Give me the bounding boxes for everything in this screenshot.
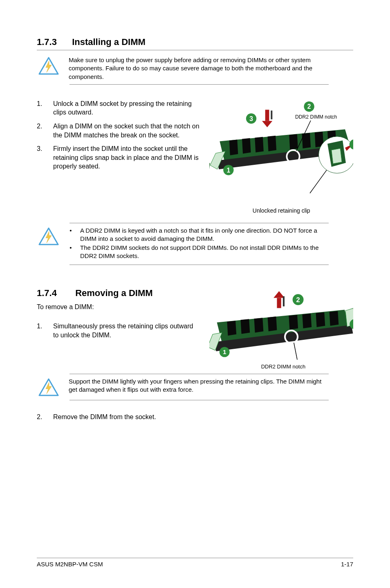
step-number: 2. [37, 122, 53, 139]
step-number: 1. [37, 322, 53, 339]
svg-marker-8 [229, 139, 238, 155]
svg-line-27 [310, 170, 327, 193]
svg-marker-40 [303, 313, 312, 328]
svg-marker-38 [268, 316, 277, 331]
warning-block: Make sure to unplug the power supply bef… [37, 56, 353, 81]
svg-marker-29 [46, 231, 52, 243]
warning-bottom-rule [69, 400, 329, 400]
list-item: 1. Simultaneously press the retaining cl… [37, 322, 201, 339]
svg-marker-9 [242, 138, 251, 153]
footer-right: 1-17 [341, 561, 353, 568]
warning-bottom-rule [69, 84, 329, 85]
svg-marker-36 [241, 319, 250, 334]
page-footer: ASUS M2NBP-VM CSM 1-17 [37, 558, 353, 568]
note-bullets: • A DDR2 DIMM is keyed with a notch so t… [69, 227, 329, 261]
list-item: 2. Remove the DIMM from the socket. [37, 413, 353, 422]
section-heading: 1.7.4 Removing a DIMM [37, 288, 201, 298]
footer-left: ASUS M2NBP-VM CSM [37, 561, 103, 568]
warning-text: Support the DIMM lightly with your finge… [69, 377, 329, 394]
svg-marker-13 [302, 133, 311, 148]
remove-steps-list-2: 2. Remove the DIMM from the socket. [37, 413, 353, 422]
intro-text: To remove a DIMM: [37, 303, 201, 312]
svg-marker-1 [46, 61, 52, 72]
install-dimm-figure: 2 DDR2 DIMM notch 3 [209, 99, 353, 203]
figure-badge-3: 3 [250, 115, 253, 122]
step-text: Simultaneously press the retaining clips… [53, 322, 201, 339]
lightning-caution-icon [38, 57, 59, 75]
list-item: • The DDR2 DIMM sockets do not support D… [69, 244, 329, 260]
list-item: 2. Align a DIMM on the socket such that … [37, 122, 201, 139]
warning-top-rule [69, 374, 329, 374]
svg-rect-30 [277, 298, 281, 308]
install-steps-list: 1. Unlock a DIMM socket by pressing the … [37, 99, 201, 171]
step-number: 1. [37, 99, 53, 117]
step-text: Align a DIMM on the socket such that the… [53, 122, 201, 139]
heading-rule [37, 50, 353, 50]
note-top-rule [69, 223, 329, 223]
warning-text: Make sure to unplug the power supply bef… [69, 56, 329, 81]
svg-rect-4 [265, 110, 269, 121]
svg-marker-5 [262, 121, 272, 127]
step-number: 3. [37, 144, 53, 171]
svg-marker-12 [289, 134, 298, 150]
section-heading: 1.7.3 Installing a DIMM [37, 37, 353, 47]
note-text: The DDR2 DIMM sockets do not support DDR… [80, 244, 329, 260]
svg-rect-6 [271, 110, 273, 119]
section-title-text: Installing a DIMM [72, 37, 146, 47]
list-item: 3. Firmly insert the DIMM into the socke… [37, 144, 201, 171]
figure-badge-1a: 1 [227, 166, 231, 173]
step-number: 2. [37, 413, 53, 422]
figure-badge-2: 2 [307, 103, 311, 110]
figure-caption: Unlocked retaining clip [209, 207, 353, 214]
figure-badge-2: 2 [296, 296, 300, 304]
figure-badge-1a: 1 [223, 348, 226, 355]
svg-marker-42 [329, 311, 339, 325]
svg-marker-35 [227, 321, 237, 335]
list-item: 1. Unlock a DIMM socket by pressing the … [37, 99, 201, 117]
remove-dimm-figure: 2 [209, 290, 353, 370]
notch-label: DDR2 DIMM notch [295, 114, 337, 120]
section-number: 1.7.4 [37, 288, 73, 298]
svg-marker-39 [289, 315, 298, 330]
section-title-text: Removing a DIMM [75, 288, 152, 298]
warning-block: Support the DIMM lightly with your finge… [37, 377, 353, 397]
note-text: A DDR2 DIMM is keyed with a notch so tha… [80, 227, 329, 243]
svg-line-45 [294, 343, 297, 359]
notch-label: DDR2 DIMM notch [261, 364, 305, 370]
lightning-caution-icon [38, 378, 59, 397]
svg-marker-20 [209, 163, 210, 169]
svg-marker-11 [268, 136, 276, 151]
list-item: • A DDR2 DIMM is keyed with a notch so t… [69, 227, 329, 243]
remove-steps-list: 1. Simultaneously press the retaining cl… [37, 322, 201, 339]
step-text: Unlock a DIMM socket by pressing the ret… [53, 99, 201, 117]
bullet-dot: • [69, 227, 73, 243]
svg-rect-32 [283, 296, 285, 306]
lightning-caution-icon [38, 227, 59, 246]
svg-marker-37 [254, 318, 264, 332]
step-text: Remove the DIMM from the socket. [53, 413, 353, 422]
svg-marker-41 [316, 312, 325, 327]
svg-marker-10 [255, 137, 264, 153]
bullet-dot: • [69, 244, 73, 260]
svg-marker-24 [332, 148, 342, 164]
section-number: 1.7.3 [37, 37, 69, 47]
note-block: • A DDR2 DIMM is keyed with a notch so t… [37, 227, 353, 261]
step-text: Firmly insert the DIMM into the socket u… [53, 144, 201, 171]
svg-marker-53 [46, 382, 52, 394]
